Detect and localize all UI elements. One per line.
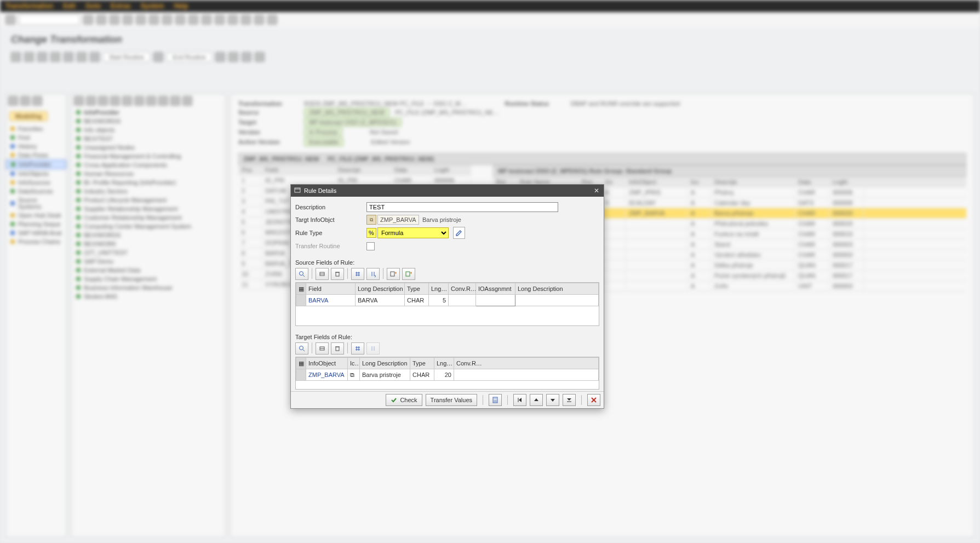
source-addfield-button[interactable] [387,268,400,280]
app-menubar[interactable]: TransformationEditGotoExtrasSystemHelp [0,0,803,12]
svg-point-25 [494,401,494,402]
target-table-toolbar [295,342,599,355]
transfer-routine-label: Transfer Routine [295,243,366,249]
nav-first-button[interactable] [513,394,526,406]
source-addio-button[interactable] [402,268,415,280]
source-findnext-button[interactable] [366,268,380,280]
target-detail-button[interactable] [295,342,308,355]
source-fields-title: Source Fields of Rule: [295,259,599,266]
source-delete-button[interactable] [331,268,344,280]
target-infoobject-label: Targt InfoObjct [295,216,366,223]
svg-line-3 [303,275,305,277]
target-insert-button[interactable] [316,342,329,355]
svg-point-2 [300,272,303,276]
row-selector-header[interactable]: ▦ [296,358,306,369]
svg-point-23 [495,400,495,401]
calculator-button[interactable] [489,394,502,406]
source-fields-table[interactable]: ▦ Field Long Description Type Lng… Conv.… [296,283,599,306]
edit-rule-button[interactable] [453,227,465,239]
row-selector-header[interactable]: ▦ [296,283,306,295]
dialog-footer: Check Transfer Values [291,391,604,408]
source-detail-button[interactable] [295,268,308,280]
window-icon [294,187,301,195]
svg-rect-8 [391,272,394,276]
nav-last-button[interactable] [563,394,576,406]
infoobject-row-icon: ⧉ [348,369,360,381]
target-fields-title: Target Fields of Rule: [295,334,599,340]
target-find-button[interactable] [351,342,364,355]
svg-point-22 [494,400,494,401]
close-button[interactable]: ✕ [593,187,600,195]
dialog-titlebar[interactable]: Rule Details ✕ [291,185,604,197]
rule-type-label: Rule Type [295,230,366,236]
target-findnext-button[interactable] [366,342,380,355]
svg-rect-21 [494,398,497,399]
svg-rect-0 [295,188,300,192]
nav-down-button[interactable] [546,394,559,406]
cancel-button[interactable] [587,394,600,406]
dialog-title: Rule Details [304,187,336,194]
svg-point-14 [300,346,303,350]
app-toolbar [0,12,803,28]
source-table-toolbar [295,268,599,280]
svg-point-27 [496,401,496,402]
formula-icon: % [366,228,376,238]
target-delete-button[interactable] [331,342,344,355]
infoobject-icon: ⧉ [366,215,376,225]
page-title: Change Transformation [0,27,803,52]
source-insert-button[interactable] [316,268,329,280]
svg-rect-11 [406,272,410,276]
svg-point-24 [496,400,496,401]
svg-point-26 [495,401,495,402]
svg-line-15 [303,350,305,351]
rule-type-select[interactable]: Formula [377,227,449,238]
svg-rect-6 [336,272,339,276]
target-field-row[interactable]: ZMP_BARVA ⧉ Barva pristroje CHAR 20 [296,369,599,381]
target-fields-table[interactable]: ▦ InfoObject Ic… Long Description Type L… [296,357,599,381]
source-field-row[interactable]: BARVA BARVA CHAR 5 [296,295,599,306]
check-button[interactable]: Check [386,394,422,406]
transfer-routine-checkbox[interactable] [366,242,375,250]
target-infoobject-value: ZMP_BARVA [377,215,419,225]
rule-details-dialog: Rule Details ✕ Description Targt InfoObj… [290,184,604,409]
nav-up-button[interactable] [530,394,543,406]
target-infoobject-text: Barva pristroje [422,216,461,223]
svg-rect-18 [336,347,339,351]
description-label: Description [295,204,366,210]
description-input[interactable] [366,202,558,212]
transfer-values-button[interactable]: Transfer Values [426,394,477,406]
source-find-button[interactable] [351,268,364,280]
